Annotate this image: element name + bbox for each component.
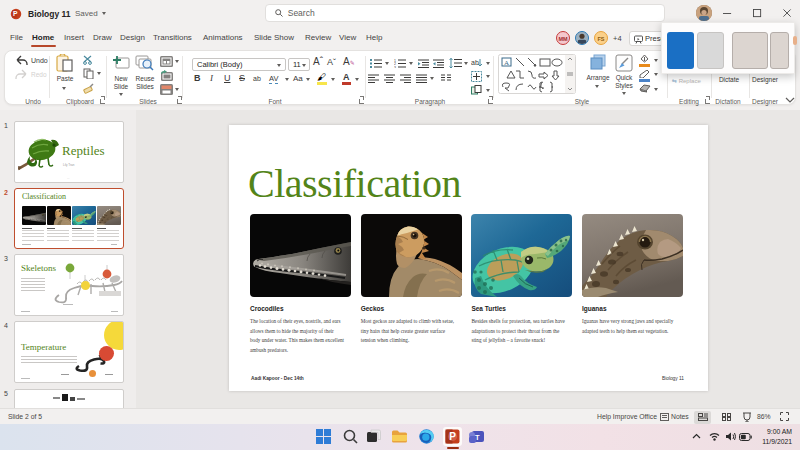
svg-text:ab: ab — [471, 59, 479, 66]
svg-text:P: P — [449, 431, 456, 442]
svg-text:P: P — [13, 10, 18, 17]
svg-text:3: 3 — [394, 66, 396, 69]
svg-text:A: A — [504, 59, 509, 67]
svg-text:T: T — [475, 433, 480, 442]
